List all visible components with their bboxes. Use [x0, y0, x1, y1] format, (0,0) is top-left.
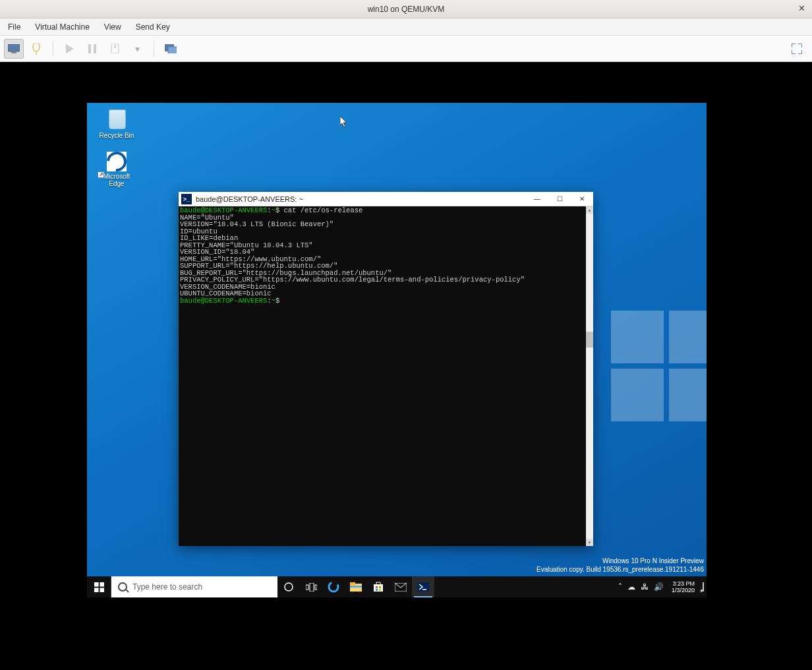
cortana-button[interactable] — [277, 576, 300, 597]
svg-rect-22 — [350, 582, 355, 585]
desktop-icon-label: Recycle Bin — [92, 132, 141, 139]
terminal-window[interactable]: >_ baude@DESKTOP-ANVEERS: ~ — ☐ ✕ ▴ ▾ ba… — [179, 192, 593, 546]
svg-rect-23 — [350, 586, 362, 588]
svg-point-16 — [285, 583, 293, 591]
svg-rect-19 — [315, 585, 317, 590]
svg-rect-10 — [168, 47, 177, 53]
svg-rect-14 — [94, 588, 99, 592]
task-view-icon — [306, 583, 317, 592]
store-icon — [373, 582, 384, 592]
scrollbar-up-icon[interactable]: ▴ — [586, 206, 593, 214]
snapshot-button[interactable] — [161, 39, 181, 59]
shutdown-button[interactable] — [105, 39, 125, 59]
taskbar: Type here to search ˄ ☁ 🖧 🔊 — [87, 576, 707, 597]
svg-rect-26 — [379, 586, 381, 588]
tray-volume-icon[interactable]: 🔊 — [654, 582, 664, 592]
menu-file[interactable]: File — [5, 21, 23, 33]
svg-rect-24 — [374, 584, 383, 592]
host-window-title: win10 on QEMU/KVM — [368, 5, 445, 14]
close-button[interactable]: ✕ — [571, 192, 593, 206]
scrollbar-down-icon[interactable]: ▾ — [586, 539, 593, 546]
terminal-title-text: baude@DESKTOP-ANVEERS: ~ — [196, 195, 526, 203]
host-close-button[interactable]: ✕ — [796, 3, 807, 13]
svg-rect-25 — [376, 586, 378, 588]
maximize-button[interactable]: ☐ — [548, 192, 571, 206]
watermark-line2: Evaluation copy. Build 19536.rs_prerelea… — [536, 565, 704, 574]
desktop-icon-recycle-bin[interactable]: Recycle Bin — [92, 107, 141, 139]
search-icon — [118, 582, 127, 592]
windows-desktop[interactable]: Recycle Bin ↗ Microsoft Edge >_ baude@DE… — [87, 103, 707, 597]
svg-rect-27 — [376, 589, 378, 591]
menu-send-key[interactable]: Send Key — [133, 21, 173, 33]
tray-notifications-button[interactable] — [703, 583, 704, 591]
tray-onedrive-icon[interactable]: ☁ — [627, 582, 635, 592]
taskbar-edge-button[interactable] — [322, 576, 345, 597]
taskbar-icons — [277, 576, 434, 597]
taskbar-store-button[interactable] — [367, 576, 390, 597]
menu-virtual-machine[interactable]: Virtual Machine — [32, 21, 92, 33]
host-toolbar: ▾ — [0, 36, 812, 62]
guest-display[interactable]: Recycle Bin ↗ Microsoft Edge >_ baude@DE… — [0, 62, 812, 670]
shortcut-overlay-icon: ↗ — [98, 171, 104, 178]
start-button[interactable] — [87, 576, 111, 597]
toolbar-separator — [53, 41, 53, 57]
virt-manager-window: win10 on QEMU/KVM ✕ File Virtual Machine… — [0, 0, 812, 670]
svg-rect-12 — [94, 582, 99, 587]
watermark-line1: Windows 10 Pro N Insider Preview — [536, 557, 704, 565]
svg-rect-18 — [310, 583, 314, 592]
terminal-output: baude@DESKTOP-ANVEERS:~$ cat /etc/os-rel… — [180, 207, 592, 304]
task-view-button[interactable] — [300, 576, 322, 597]
tray-chevron-icon[interactable]: ˄ — [618, 582, 622, 592]
mouse-cursor-icon — [340, 116, 348, 128]
shutdown-menu-button[interactable]: ▾ — [127, 39, 147, 59]
mail-icon — [395, 583, 407, 592]
file-explorer-icon — [350, 582, 362, 592]
svg-rect-28 — [379, 589, 381, 591]
menu-view[interactable]: View — [102, 21, 124, 33]
pause-button[interactable] — [82, 39, 102, 59]
tray-time: 3:23 PM — [672, 580, 695, 587]
svg-marker-11 — [340, 116, 347, 127]
svg-rect-8 — [114, 45, 115, 48]
windows-logo-wallpaper — [611, 311, 707, 426]
tray-network-icon[interactable]: 🖧 — [641, 582, 649, 592]
console-view-button[interactable] — [4, 39, 24, 59]
system-tray: ˄ ☁ 🖧 🔊 3:23 PM 1/3/2020 — [618, 576, 707, 597]
svg-rect-13 — [100, 582, 104, 587]
svg-rect-6 — [94, 44, 96, 53]
svg-rect-17 — [306, 585, 308, 590]
terminal-scrollbar[interactable]: ▴ ▾ — [586, 206, 593, 546]
search-placeholder: Type here to search — [132, 582, 202, 592]
svg-rect-3 — [36, 51, 37, 55]
svg-point-2 — [33, 43, 40, 51]
terminal-body[interactable]: ▴ ▾ baude@DESKTOP-ANVEERS:~$ cat /etc/os… — [179, 206, 593, 546]
svg-rect-5 — [88, 44, 91, 53]
windows-start-icon — [94, 582, 104, 592]
taskbar-powershell-button[interactable] — [412, 576, 434, 597]
host-titlebar[interactable]: win10 on QEMU/KVM ✕ — [0, 0, 812, 18]
taskbar-mail-button[interactable] — [390, 576, 412, 597]
fullscreen-button[interactable] — [787, 39, 807, 59]
details-view-button[interactable] — [26, 39, 46, 59]
edge-icon — [328, 581, 339, 593]
recycle-bin-icon — [105, 107, 129, 131]
scrollbar-thumb[interactable] — [586, 332, 593, 348]
svg-rect-15 — [100, 588, 104, 592]
toolbar-separator-2 — [154, 41, 154, 57]
cortana-icon — [283, 582, 294, 592]
svg-point-20 — [329, 582, 338, 592]
svg-rect-0 — [8, 44, 20, 51]
desktop-icon-edge[interactable]: ↗ Microsoft Edge — [92, 152, 141, 187]
taskbar-explorer-button[interactable] — [345, 576, 367, 597]
windows-watermark: Windows 10 Pro N Insider Preview Evaluat… — [536, 557, 704, 574]
notifications-icon — [703, 582, 704, 592]
svg-rect-1 — [11, 51, 16, 53]
powershell-icon: >_ — [181, 194, 192, 204]
terminal-titlebar[interactable]: >_ baude@DESKTOP-ANVEERS: ~ — ☐ ✕ — [179, 192, 593, 206]
run-button[interactable] — [60, 39, 80, 59]
svg-marker-4 — [66, 44, 74, 53]
tray-clock[interactable]: 3:23 PM 1/3/2020 — [669, 580, 697, 594]
minimize-button[interactable]: — — [526, 192, 548, 206]
taskbar-search[interactable]: Type here to search — [111, 576, 277, 597]
edge-icon — [107, 152, 127, 171]
